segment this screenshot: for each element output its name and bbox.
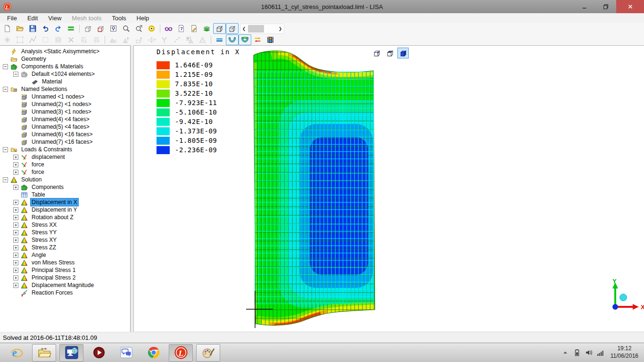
face-view-button[interactable] xyxy=(384,48,396,58)
tree-item-displacement-in-x[interactable]: +Displacement in X xyxy=(0,198,130,206)
tree-item-unnamed-7-16-faces[interactable]: Unnamed(7) <16 faces> xyxy=(0,138,130,146)
tree-expander-minus-icon[interactable]: − xyxy=(3,177,8,182)
tree-item-table[interactable]: Table xyxy=(0,191,130,198)
redo-button[interactable] xyxy=(52,23,65,34)
rotate-view-button[interactable] xyxy=(82,23,94,34)
taskbar-clock[interactable]: 19:12 11/06/2016 xyxy=(611,345,638,360)
tree-item-stress-xy[interactable]: +Stress XY xyxy=(0,236,130,244)
tree-item-displacement-magnitude[interactable]: +Displacement Magnitude xyxy=(0,281,130,289)
tree-expander-plus-icon[interactable]: + xyxy=(13,230,18,235)
tree-item-unnamed-4-4-faces[interactable]: Unnamed(4) <4 faces> xyxy=(0,115,130,123)
tree-expander-plus-icon[interactable]: + xyxy=(13,245,18,250)
tree-item-rotation-about-z[interactable]: +Rotation about Z xyxy=(0,214,130,221)
tree-item-unnamed-2-1-nodes[interactable]: Unnamed(2) <1 nodes> xyxy=(0,100,130,108)
isometric-view-button[interactable] xyxy=(371,48,382,58)
tree-item-named-selections[interactable]: −Named Selections xyxy=(0,85,130,93)
orient-view-button[interactable] xyxy=(94,23,107,34)
shaded-view-toggle[interactable] xyxy=(213,23,226,34)
tree-expander-minus-icon[interactable]: − xyxy=(13,72,18,77)
menu-file[interactable]: File xyxy=(2,14,22,23)
tree-expander-minus-icon[interactable]: − xyxy=(3,87,8,92)
tree-expander-plus-icon[interactable]: + xyxy=(13,185,18,190)
menu-tools[interactable]: Tools xyxy=(107,14,131,23)
new-file-button[interactable] xyxy=(1,23,14,34)
tree-item-stress-zz[interactable]: +Stress ZZ xyxy=(0,244,130,251)
scroll-right-icon[interactable]: ❯ xyxy=(277,26,284,31)
show-loads-button[interactable] xyxy=(251,34,264,45)
tree-item-force[interactable]: +force xyxy=(0,168,130,176)
tree-item-reaction-forces[interactable]: ΣReaction Forces xyxy=(0,289,130,296)
tree-item-angle[interactable]: +Angle xyxy=(0,251,130,259)
tree-item-principal-stress-2[interactable]: +Principal Stress 2 xyxy=(0,274,130,281)
tree-item-geometry[interactable]: Geometry xyxy=(0,55,130,63)
tree-expander-plus-icon[interactable]: + xyxy=(13,268,18,273)
tree-expander-minus-icon[interactable]: − xyxy=(3,64,8,69)
scroll-thumb[interactable] xyxy=(248,25,264,33)
animation-button[interactable] xyxy=(264,34,277,45)
solve-button[interactable] xyxy=(65,23,77,34)
undeformed-view-button[interactable] xyxy=(213,34,226,45)
tree-item-loads-constraints[interactable]: −Loads & Constraints xyxy=(0,146,130,153)
taskbar-file-explorer[interactable] xyxy=(32,344,56,362)
tree-expander-plus-icon[interactable]: + xyxy=(13,275,18,280)
tree-item-analysis-static-axisymmetric[interactable]: Analysis <Static Axisymmetric> xyxy=(0,48,130,55)
tree-item-stress-xx[interactable]: +Stress XX xyxy=(0,221,130,229)
taskbar-media-player[interactable] xyxy=(87,344,111,362)
tree-item-components[interactable]: +Components xyxy=(0,183,130,191)
tree-expander-plus-icon[interactable]: + xyxy=(13,222,18,228)
menu-view[interactable]: View xyxy=(43,14,66,23)
tree-expander-plus-icon[interactable]: + xyxy=(13,238,18,243)
undo-button[interactable] xyxy=(39,23,52,34)
tree-expander-minus-icon[interactable]: − xyxy=(3,147,8,152)
chevron-up-icon[interactable] xyxy=(561,349,569,356)
battery-icon[interactable] xyxy=(573,349,581,356)
tree-item-stress-yy[interactable]: +Stress YY xyxy=(0,229,130,236)
signal-icon[interactable] xyxy=(597,349,604,356)
open-button[interactable] xyxy=(14,23,26,34)
taskbar-internet-explorer[interactable]: e xyxy=(5,344,29,362)
tree-expander-plus-icon[interactable]: + xyxy=(13,253,18,258)
tree-item-force[interactable]: +force xyxy=(0,161,130,168)
taskbar-chrome[interactable] xyxy=(141,344,165,362)
tree-item-components-materials[interactable]: −Components & Materials xyxy=(0,63,130,70)
tree-expander-plus-icon[interactable]: + xyxy=(13,162,18,167)
taskbar-paint[interactable] xyxy=(196,344,220,362)
layers-button[interactable] xyxy=(200,23,213,34)
wireframe-view-toggle[interactable] xyxy=(226,23,239,34)
tree-expander-plus-icon[interactable]: + xyxy=(13,170,18,175)
minimize-button[interactable] xyxy=(574,0,595,13)
tree-item-material[interactable]: Material xyxy=(0,78,130,85)
zoom-fit-button[interactable] xyxy=(132,23,145,34)
solid-view-button[interactable] xyxy=(397,48,409,58)
menu-edit[interactable]: Edit xyxy=(22,14,43,23)
tree-expander-plus-icon[interactable]: + xyxy=(13,283,18,288)
tree-item-von-mises-stress[interactable]: +von Mises Stress xyxy=(0,259,130,266)
tree-item-principal-stress-1[interactable]: +Principal Stress 1 xyxy=(0,266,130,274)
menu-help[interactable]: Help xyxy=(132,14,155,23)
taskbar-messenger[interactable] xyxy=(114,344,138,362)
zoom-window-button[interactable] xyxy=(107,23,120,34)
tree-item-unnamed-6-16-faces[interactable]: Unnamed(6) <16 faces> xyxy=(0,131,130,138)
close-button[interactable] xyxy=(616,0,644,13)
tree-item-solution[interactable]: −Solution xyxy=(0,176,130,183)
deformed-undeformed-toggle[interactable] xyxy=(239,34,251,45)
tree-expander-plus-icon[interactable]: + xyxy=(13,155,18,160)
tree-item-displacement[interactable]: +displacement xyxy=(0,153,130,161)
inspect-button[interactable] xyxy=(162,23,175,34)
deformed-view-toggle[interactable] xyxy=(226,34,239,45)
taskbar-remote-app[interactable] xyxy=(59,344,83,362)
tree-expander-plus-icon[interactable]: + xyxy=(13,215,18,220)
edit-doc-button[interactable] xyxy=(188,23,200,34)
tree-expander-plus-icon[interactable]: + xyxy=(13,260,18,265)
taskbar-lisa[interactable]: L xyxy=(169,344,193,362)
center-view-button[interactable] xyxy=(145,23,158,34)
tree-expander-plus-icon[interactable]: + xyxy=(13,207,18,213)
save-button[interactable] xyxy=(26,23,39,34)
zoom-button[interactable] xyxy=(120,23,132,34)
tree-item-unnamed-1-nodes[interactable]: Unnamed <1 nodes> xyxy=(0,93,130,100)
report-button[interactable]: 7 xyxy=(175,23,188,34)
toolbar-scrollbar[interactable]: ❮❯ xyxy=(240,24,284,34)
tree-item-displacement-in-y[interactable]: +Displacement in Y xyxy=(0,206,130,214)
tree-item-default-1024-elements[interactable]: −Default <1024 elements> xyxy=(0,70,130,78)
tree-item-unnamed-3-1-nodes[interactable]: Unnamed(3) <1 nodes> xyxy=(0,108,130,115)
